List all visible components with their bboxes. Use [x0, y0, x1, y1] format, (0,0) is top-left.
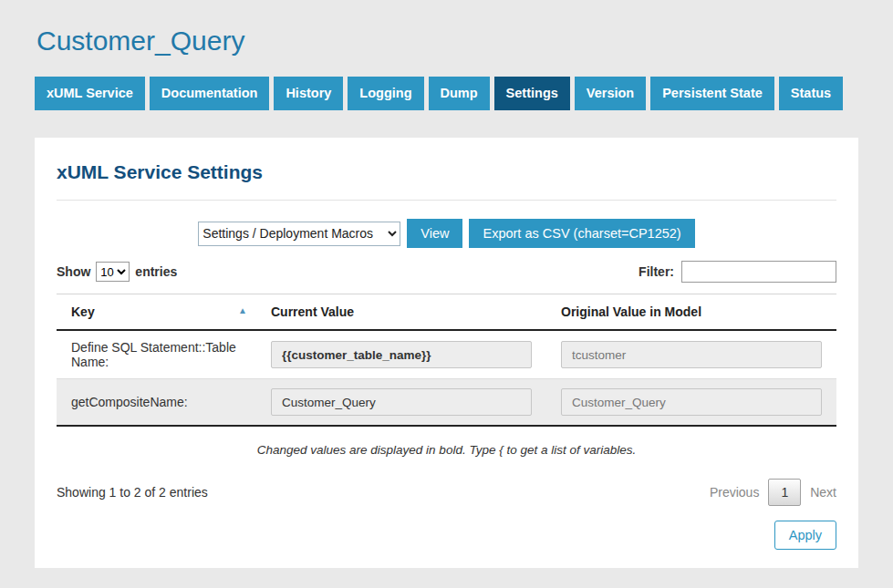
table-row: Define SQL Statement::Table Name: [57, 330, 836, 379]
current-value-input[interactable] [271, 341, 532, 368]
tab-bar: xUML Service Documentation History Loggi… [35, 77, 858, 110]
macro-select[interactable]: Settings / Deployment Macros [198, 222, 400, 246]
view-button[interactable]: View [407, 219, 462, 248]
settings-table: Key ▲ Current Value Original Value in Mo… [57, 294, 836, 427]
tab-dump[interactable]: Dump [429, 77, 490, 110]
filter-label: Filter: [639, 264, 674, 279]
tab-version[interactable]: Version [575, 77, 646, 110]
table-header-row: Key ▲ Current Value Original Value in Mo… [57, 294, 836, 331]
page-title: Customer_Query [35, 0, 858, 60]
filter: Filter: [639, 261, 836, 283]
macro-controls: Settings / Deployment Macros View Export… [57, 219, 836, 248]
panel-heading: xUML Service Settings [57, 158, 836, 201]
filter-input[interactable] [681, 261, 836, 283]
table-row: getCompositeName: [57, 379, 836, 427]
pagination: Previous 1 Next [710, 479, 836, 506]
pagination-page-1[interactable]: 1 [768, 479, 801, 506]
original-value-field [561, 388, 822, 416]
tab-documentation[interactable]: Documentation [150, 77, 270, 110]
column-header-key[interactable]: Key ▲ [57, 294, 256, 331]
current-value-input[interactable] [271, 388, 532, 416]
setting-key: getCompositeName: [57, 379, 256, 427]
pagination-previous[interactable]: Previous [710, 485, 759, 500]
tab-persistent-state[interactable]: Persistent State [650, 77, 774, 110]
pagination-next[interactable]: Next [810, 485, 836, 500]
sort-asc-icon[interactable]: ▲ [238, 305, 247, 315]
page: Customer_Query xUML Service Documentatio… [0, 0, 893, 568]
help-note: Changed values are displayed in bold. Ty… [57, 427, 836, 462]
apply-row: Apply [57, 521, 836, 552]
column-header-key-label: Key [71, 304, 95, 319]
column-header-current-value[interactable]: Current Value [256, 294, 546, 331]
setting-key: Define SQL Statement::Table Name: [57, 330, 256, 379]
tab-settings[interactable]: Settings [494, 77, 570, 110]
tab-status[interactable]: Status [779, 77, 843, 110]
list-controls: Show 10 entries Filter: [57, 261, 836, 283]
apply-button[interactable]: Apply [774, 521, 836, 550]
settings-panel: xUML Service Settings Settings / Deploym… [35, 138, 858, 568]
original-value-field [561, 341, 822, 368]
column-header-original-value[interactable]: Original Value in Model [546, 294, 836, 331]
tab-logging[interactable]: Logging [348, 77, 423, 110]
entries-label: entries [135, 264, 177, 279]
show-entries: Show 10 entries [57, 262, 177, 282]
tab-xuml-service[interactable]: xUML Service [35, 77, 145, 110]
tab-history[interactable]: History [274, 77, 343, 110]
table-footer: Showing 1 to 2 of 2 entries Previous 1 N… [57, 479, 836, 506]
page-length-select[interactable]: 10 [96, 262, 130, 282]
entries-summary: Showing 1 to 2 of 2 entries [57, 485, 208, 500]
show-label: Show [57, 264, 90, 279]
export-csv-button[interactable]: Export as CSV (charset=CP1252) [469, 219, 694, 248]
